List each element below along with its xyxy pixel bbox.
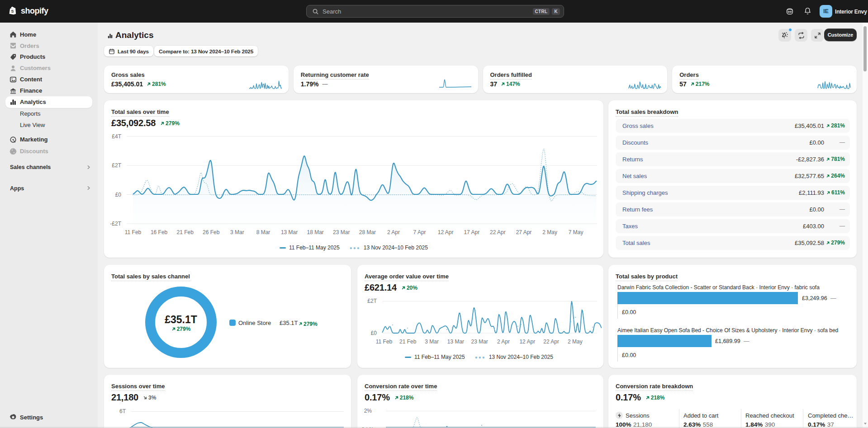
- svg-text:S: S: [11, 9, 14, 14]
